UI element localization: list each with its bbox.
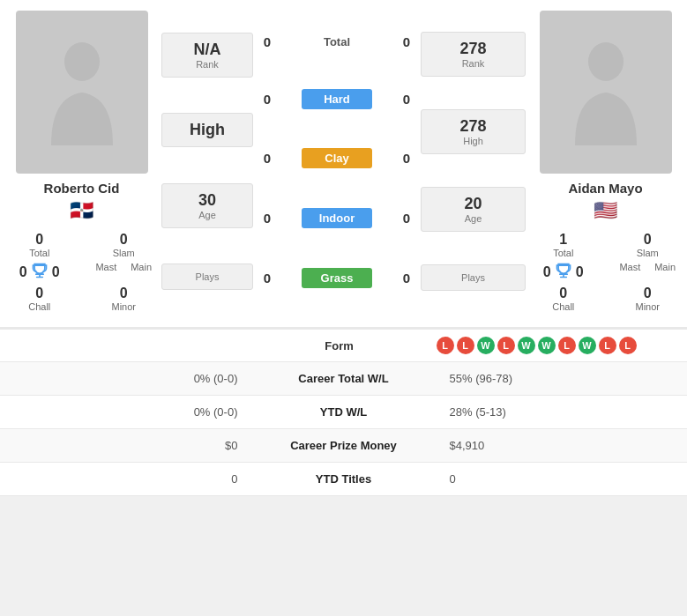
hard-badge: Hard [302,89,372,109]
left-player-name: Roberto Cid [44,181,120,196]
right-total-label: Total [553,248,573,258]
left-rank-label: Rank [171,59,243,70]
indoor-right-score: 0 [399,211,414,226]
right-trophy-icon [555,262,572,282]
left-age-label: Age [171,210,243,220]
form-badge-l: L [619,337,637,354]
comparison-section: Roberto Cid 🇩🇴 0 Total 0 Slam 0 [0,0,687,323]
prize-money-label: Career Prize Money [256,429,432,462]
left-chall-cell: 0 Chall [4,286,75,312]
form-label: Form [251,339,428,353]
hard-score-row: 0 Hard 0 [256,86,418,112]
ytd-titles-label: YTD Titles [256,463,432,495]
form-badges-container: LLWLWWLWLL [428,337,679,354]
left-age-box: 30 Age [161,183,253,228]
left-total-value: 0 [35,232,43,248]
left-slam-cell: 0 Slam [89,232,160,258]
bottom-stats-section: Form LLWLWWLWLL 0% (0-0) Career Total W/… [0,327,687,496]
right-mast-label: Mast [619,262,640,272]
right-avatar-silhouette [566,40,646,145]
form-badge-l: L [437,337,454,354]
right-rank-label: Rank [430,58,516,69]
left-slam-label: Slam [113,248,135,258]
left-chall-label: Chall [28,301,50,312]
clay-score-row: 0 Clay 0 [256,145,418,171]
hard-right-score: 0 [399,92,414,107]
right-rank-box: 278 Rank [421,32,526,77]
form-badge-l: L [558,337,576,354]
prize-money-right: $4,910 [432,429,688,462]
career-total-row: 0% (0-0) Career Total W/L 55% (96-78) [0,362,687,396]
career-total-right: 55% (96-78) [432,362,688,395]
left-total-label: Total [29,248,49,258]
left-mast-cell: 0 0 [4,262,75,282]
grass-left-score: 0 [259,271,275,286]
right-high-value: 278 [430,117,516,136]
right-slam-value: 0 [644,232,652,248]
form-badge-w: W [538,337,556,354]
ytd-wl-row: 0% (0-0) YTD W/L 28% (5-13) [0,396,687,429]
form-badge-l: L [599,337,616,354]
left-plays-label: Plays [171,271,243,282]
left-player-column: Roberto Cid 🇩🇴 0 Total 0 Slam 0 [4,11,159,312]
right-rank-value: 278 [430,40,516,58]
ytd-wl-right: 28% (5-13) [432,396,688,428]
left-main-value: 0 [52,264,60,280]
right-plays-label: Plays [430,272,516,283]
right-mast-cell: 0 0 [528,262,599,282]
form-badge-w: W [579,337,596,354]
right-slam-cell: 0 Slam [613,232,683,258]
left-stats-grid: 0 Total 0 Slam 0 0 [4,232,159,312]
left-player-avatar [16,11,148,174]
indoor-badge: Indoor [302,208,372,228]
right-player-avatar [540,11,672,174]
right-main-value: 0 [576,264,584,280]
form-row: Form LLWLWWLWLL [0,330,687,362]
right-plays-box: Plays [421,264,526,291]
ytd-wl-label: YTD W/L [256,396,432,428]
left-minor-label: Minor [111,301,136,312]
left-minor-cell: 0 Minor [89,286,160,312]
prize-money-left: $0 [0,429,256,462]
left-slam-value: 0 [120,232,128,248]
right-age-box: 20 Age [421,187,526,232]
right-chall-cell: 0 Chall [528,286,599,312]
right-player-flag: 🇺🇸 [594,199,617,222]
right-stats-grid: 1 Total 0 Slam 0 0 [528,232,683,312]
left-main-label: Main [131,262,152,272]
prize-money-row: $0 Career Prize Money $4,910 [0,429,687,463]
grass-score-row: 0 Grass 0 [256,265,418,291]
left-rank-value: N/A [171,41,243,59]
right-main-label: Main [654,262,676,272]
right-high-box: 278 High [421,109,526,154]
total-left-score: 0 [259,34,275,49]
right-minor-label: Minor [635,301,660,312]
total-right-score: 0 [399,34,414,49]
clay-right-score: 0 [399,151,414,166]
grass-right-score: 0 [399,271,414,286]
right-total-cell: 1 Total [528,232,599,258]
clay-left-score: 0 [259,151,275,166]
main-container: Roberto Cid 🇩🇴 0 Total 0 Slam 0 [0,0,687,496]
left-total-cell: 0 Total [4,232,75,258]
right-player-column: Aidan Mayo 🇺🇸 1 Total 0 Slam 0 [528,11,683,312]
indoor-score-row: 0 Indoor 0 [256,205,418,231]
left-mast-label-cell: Mast Main [89,262,160,282]
right-info-boxes: 278 Rank 278 High 20 Age Plays [418,11,528,312]
left-minor-value: 0 [120,286,128,301]
ytd-wl-left: 0% (0-0) [0,396,256,428]
svg-point-0 [64,42,100,81]
total-label: Total [324,35,350,48]
career-total-label: Career Total W/L [256,362,432,395]
ytd-titles-left: 0 [0,463,256,495]
form-badge-w: W [477,337,495,354]
mid-area: N/A Rank High 30 Age Plays 0 [159,11,528,312]
right-player-name: Aidan Mayo [568,181,642,196]
svg-point-1 [588,42,624,81]
court-scores-center: 0 Total 0 0 Hard 0 0 Clay 0 0 [256,11,418,312]
left-high-box: High [161,113,253,147]
right-slam-label: Slam [637,248,659,258]
form-badge-l: L [497,337,515,354]
total-score-row: 0 Total 0 [256,32,418,52]
career-total-left: 0% (0-0) [0,362,256,395]
